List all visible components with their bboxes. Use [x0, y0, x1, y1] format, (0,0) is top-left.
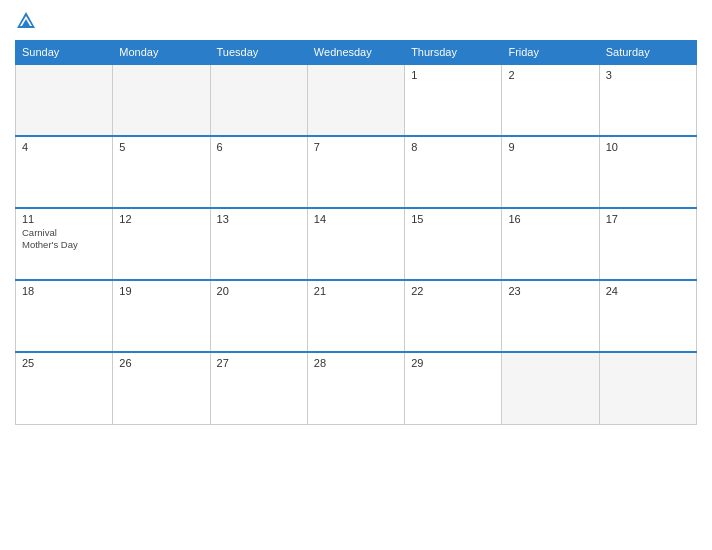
- calendar-day-cell: [113, 64, 210, 136]
- calendar-day-cell: 24: [599, 280, 696, 352]
- day-number: 1: [411, 69, 495, 81]
- day-number: 11: [22, 213, 106, 225]
- day-number: 17: [606, 213, 690, 225]
- calendar-event: Mother's Day: [22, 239, 106, 251]
- calendar-day-cell: 13: [210, 208, 307, 280]
- calendar-day-cell: 8: [405, 136, 502, 208]
- calendar-week-row: 18192021222324: [16, 280, 697, 352]
- calendar-day-cell: 22: [405, 280, 502, 352]
- day-number: 25: [22, 357, 106, 369]
- calendar-day-cell: 5: [113, 136, 210, 208]
- weekday-header-row: SundayMondayTuesdayWednesdayThursdayFrid…: [16, 41, 697, 65]
- calendar-day-cell: 20: [210, 280, 307, 352]
- logo: [15, 10, 41, 32]
- weekday-header-saturday: Saturday: [599, 41, 696, 65]
- header: [15, 10, 697, 32]
- calendar-day-cell: 1: [405, 64, 502, 136]
- day-number: 16: [508, 213, 592, 225]
- day-number: 28: [314, 357, 398, 369]
- day-number: 14: [314, 213, 398, 225]
- calendar-day-cell: [502, 352, 599, 424]
- day-number: 10: [606, 141, 690, 153]
- calendar-week-row: 11CarnivalMother's Day121314151617: [16, 208, 697, 280]
- day-number: 4: [22, 141, 106, 153]
- weekday-header-monday: Monday: [113, 41, 210, 65]
- calendar-week-row: 45678910: [16, 136, 697, 208]
- day-number: 2: [508, 69, 592, 81]
- calendar-day-cell: 15: [405, 208, 502, 280]
- calendar-day-cell: 26: [113, 352, 210, 424]
- day-number: 3: [606, 69, 690, 81]
- day-number: 19: [119, 285, 203, 297]
- day-number: 27: [217, 357, 301, 369]
- calendar-page: SundayMondayTuesdayWednesdayThursdayFrid…: [0, 0, 712, 550]
- calendar-day-cell: 2: [502, 64, 599, 136]
- day-number: 7: [314, 141, 398, 153]
- logo-icon: [15, 10, 37, 32]
- calendar-table: SundayMondayTuesdayWednesdayThursdayFrid…: [15, 40, 697, 425]
- calendar-day-cell: 3: [599, 64, 696, 136]
- weekday-header-wednesday: Wednesday: [307, 41, 404, 65]
- calendar-day-cell: 21: [307, 280, 404, 352]
- calendar-week-row: 123: [16, 64, 697, 136]
- weekday-header-thursday: Thursday: [405, 41, 502, 65]
- day-number: 24: [606, 285, 690, 297]
- weekday-header-tuesday: Tuesday: [210, 41, 307, 65]
- calendar-day-cell: 4: [16, 136, 113, 208]
- day-number: 5: [119, 141, 203, 153]
- day-number: 29: [411, 357, 495, 369]
- weekday-header-sunday: Sunday: [16, 41, 113, 65]
- calendar-day-cell: 7: [307, 136, 404, 208]
- day-number: 13: [217, 213, 301, 225]
- calendar-day-cell: 27: [210, 352, 307, 424]
- calendar-event: Carnival: [22, 227, 106, 239]
- calendar-day-cell: 11CarnivalMother's Day: [16, 208, 113, 280]
- day-number: 22: [411, 285, 495, 297]
- day-number: 12: [119, 213, 203, 225]
- calendar-day-cell: 29: [405, 352, 502, 424]
- calendar-day-cell: [16, 64, 113, 136]
- calendar-day-cell: 17: [599, 208, 696, 280]
- day-number: 26: [119, 357, 203, 369]
- day-number: 15: [411, 213, 495, 225]
- calendar-day-cell: [210, 64, 307, 136]
- calendar-day-cell: 6: [210, 136, 307, 208]
- day-number: 6: [217, 141, 301, 153]
- calendar-day-cell: 18: [16, 280, 113, 352]
- weekday-header-friday: Friday: [502, 41, 599, 65]
- calendar-day-cell: 23: [502, 280, 599, 352]
- day-number: 18: [22, 285, 106, 297]
- day-number: 21: [314, 285, 398, 297]
- calendar-day-cell: 12: [113, 208, 210, 280]
- day-number: 8: [411, 141, 495, 153]
- calendar-day-cell: 25: [16, 352, 113, 424]
- calendar-week-row: 2526272829: [16, 352, 697, 424]
- calendar-day-cell: [599, 352, 696, 424]
- calendar-day-cell: 16: [502, 208, 599, 280]
- day-number: 9: [508, 141, 592, 153]
- calendar-day-cell: [307, 64, 404, 136]
- calendar-day-cell: 9: [502, 136, 599, 208]
- calendar-day-cell: 10: [599, 136, 696, 208]
- day-number: 23: [508, 285, 592, 297]
- calendar-day-cell: 28: [307, 352, 404, 424]
- day-number: 20: [217, 285, 301, 297]
- calendar-day-cell: 19: [113, 280, 210, 352]
- calendar-day-cell: 14: [307, 208, 404, 280]
